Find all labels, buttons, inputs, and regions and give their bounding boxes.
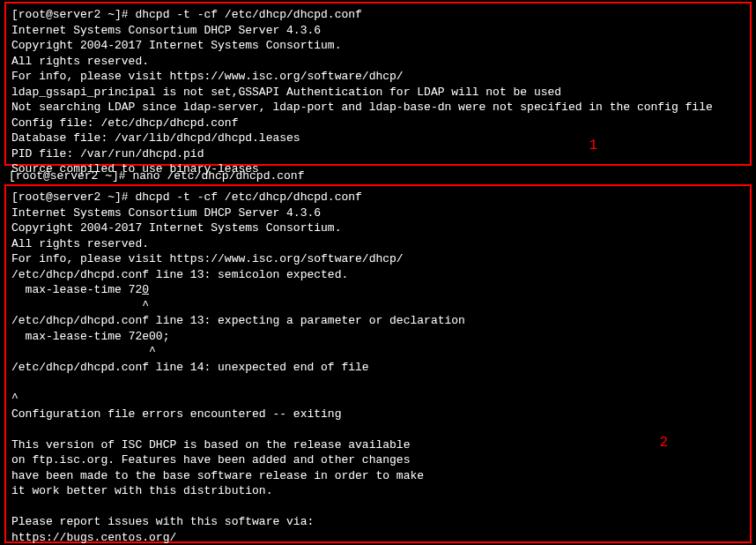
terminal-line: have been made to the base software rele…	[11, 469, 424, 482]
terminal-line: /etc/dhcp/dhcpd.conf line 13: expecting …	[11, 314, 465, 327]
terminal-line: on ftp.isc.org. Features have been added…	[11, 453, 410, 467]
terminal-line: All rights reserved.	[11, 237, 149, 250]
terminal-line: max-lease-time 72e00;	[11, 330, 169, 343]
terminal-line: ^	[11, 392, 19, 405]
terminal-line: This version of ISC DHCP is based on the…	[11, 438, 410, 452]
terminal-line: Configuration file errors encountered --…	[11, 407, 341, 421]
terminal-line: ^	[11, 299, 149, 312]
terminal-line: Config file: /etc/dhcp/dhcpd.conf	[11, 116, 238, 130]
terminal-line: [root@server2 ~]# dhcpd -t -cf /etc/dhcp…	[11, 8, 362, 21]
terminal-line: /etc/dhcp/dhcpd.conf line 14: unexpected…	[11, 361, 369, 374]
terminal-line: Database file: /var/lib/dhcpd/dhcpd.leas…	[11, 131, 300, 145]
terminal-line: ^	[11, 345, 156, 358]
terminal-line: Not searching LDAP since ldap-server, ld…	[11, 101, 713, 114]
terminal-line: ldap_gssapi_principal is not set,GSSAPI …	[11, 86, 561, 99]
terminal-line: [root@server2 ~]# dhcpd -t -cf /etc/dhcp…	[11, 190, 362, 204]
terminal-output-box-2: [root@server2 ~]# dhcpd -t -cf /etc/dhcp…	[4, 184, 752, 543]
annotation-label-1: 1	[589, 137, 597, 156]
terminal-line: PID file: /var/run/dhcpd.pid	[11, 147, 204, 161]
terminal-line: For info, please visit https://www.isc.o…	[11, 252, 404, 265]
terminal-line: https://bugs.centos.org/	[11, 531, 176, 544]
terminal-line: max-lease-time 720	[11, 283, 149, 296]
terminal-line-nano: [root@server2 ~]# nano /etc/dhcp/dhcpd.c…	[9, 168, 304, 184]
terminal-line: Please report issues with this software …	[11, 515, 314, 528]
terminal-output-box-1: [root@server2 ~]# dhcpd -t -cf /etc/dhcp…	[4, 2, 752, 166]
terminal-line: Internet Systems Consortium DHCP Server …	[11, 24, 321, 37]
terminal-line: Copyright 2004-2017 Internet Systems Con…	[11, 39, 341, 52]
terminal-line: /etc/dhcp/dhcpd.conf line 13: semicolon …	[11, 268, 348, 281]
terminal-line: All rights reserved.	[11, 55, 149, 68]
annotation-label-2: 2	[659, 434, 668, 453]
terminal-line: For info, please visit https://www.isc.o…	[11, 70, 404, 83]
terminal-line: Copyright 2004-2017 Internet Systems Con…	[11, 221, 341, 235]
terminal-line: it work better with this distribution.	[11, 484, 272, 497]
terminal-line: Internet Systems Consortium DHCP Server …	[11, 206, 321, 220]
